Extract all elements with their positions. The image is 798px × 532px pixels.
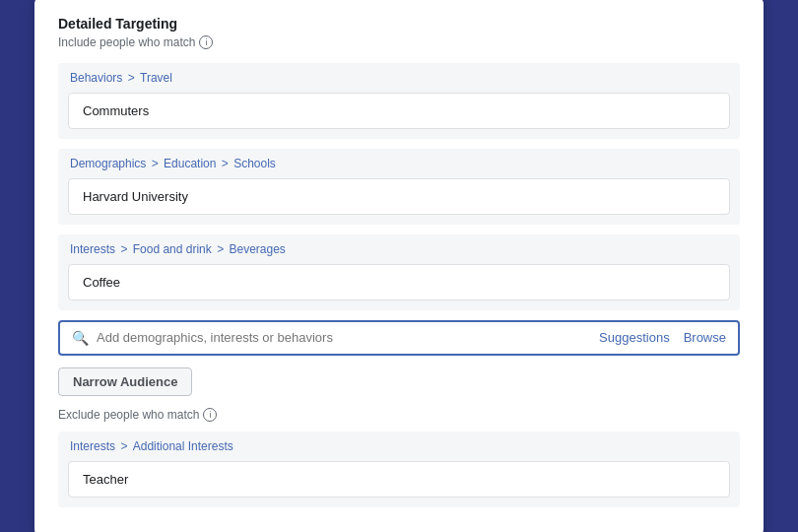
suggestions-link[interactable]: Suggestions [599, 330, 670, 345]
targeting-search-bar[interactable]: 🔍 Suggestions Browse [58, 320, 740, 356]
breadcrumb-sep-5: > [120, 439, 130, 453]
breadcrumb-sep-1: > [152, 157, 162, 170]
breadcrumb-demographics[interactable]: Demographics [70, 157, 146, 170]
card-title: Detailed Targeting [58, 16, 740, 32]
breadcrumb-schools[interactable]: Schools [233, 157, 276, 170]
targeting-group-interests-food-beverages: Interests > Food and drink > Beverages C… [58, 234, 740, 310]
targeting-item-coffee: Coffee [68, 264, 730, 300]
targeting-group-demographics-education-schools: Demographics > Education > Schools Harva… [58, 149, 740, 225]
targeting-item-commuters: Commuters [68, 93, 730, 129]
breadcrumb-behaviors[interactable]: Behaviors [70, 71, 122, 85]
group-header-exclude-interests: Interests > Additional Interests [58, 432, 740, 461]
group-header-behaviors-travel: Behaviors > Travel [58, 63, 740, 93]
narrow-audience-button[interactable]: Narrow Audience [58, 367, 192, 396]
targeting-item-teacher: Teacher [68, 461, 730, 498]
exclude-label: Exclude people who match i [58, 408, 740, 422]
browse-link[interactable]: Browse [684, 330, 726, 345]
search-actions: Suggestions Browse [599, 330, 726, 345]
group-header-interests-food: Interests > Food and drink > Beverages [58, 234, 740, 264]
search-icon: 🔍 [72, 330, 89, 346]
breadcrumb-sep-2: > [222, 157, 232, 170]
breadcrumb-food-drink[interactable]: Food and drink [133, 242, 212, 256]
breadcrumb-sep-3: > [120, 242, 130, 256]
breadcrumb-interests[interactable]: Interests [70, 242, 115, 256]
targeting-group-exclude-interests: Interests > Additional Interests Teacher [58, 432, 740, 507]
breadcrumb-education[interactable]: Education [164, 157, 216, 170]
breadcrumb-beverages[interactable]: Beverages [229, 242, 285, 256]
breadcrumb-travel[interactable]: Travel [140, 71, 172, 85]
targeting-search-input[interactable] [97, 330, 599, 345]
breadcrumb-sep: > [128, 71, 138, 85]
card-subtitle: Include people who match i [58, 35, 740, 49]
breadcrumb-sep-4: > [217, 242, 227, 256]
breadcrumb-additional-interests[interactable]: Additional Interests [133, 439, 233, 453]
targeting-item-harvard: Harvard University [68, 178, 730, 215]
group-header-demographics: Demographics > Education > Schools [58, 149, 740, 178]
include-info-icon[interactable]: i [199, 35, 213, 49]
detailed-targeting-card: Detailed Targeting Include people who ma… [34, 0, 764, 532]
exclude-info-icon[interactable]: i [203, 408, 217, 422]
breadcrumb-exclude-interests[interactable]: Interests [70, 439, 115, 453]
targeting-group-behaviors-travel: Behaviors > Travel Commuters [58, 63, 740, 139]
